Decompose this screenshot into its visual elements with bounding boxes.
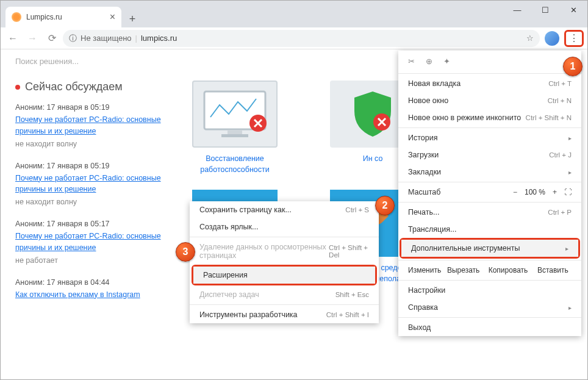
monitor-icon	[198, 87, 271, 142]
ext-icon[interactable]: ✦	[443, 57, 450, 66]
red-dot-icon	[15, 85, 20, 90]
menu-history[interactable]: История▸	[398, 129, 581, 146]
submenu-save-page[interactable]: Сохранить страницу как...Ctrl + S	[190, 201, 379, 218]
discussion-link[interactable]: Почему не работает PC-Radio: основные пр…	[15, 174, 161, 194]
submenu-extensions[interactable]: Расширения	[193, 267, 375, 284]
bookmark-star-icon[interactable]: ☆	[526, 34, 534, 43]
browser-tab[interactable]: Lumpics.ru ×	[5, 7, 121, 27]
zoom-in-button[interactable]: +	[553, 188, 557, 196]
window-controls: — ☐ ✕	[503, 1, 587, 19]
submenu-extensions-highlight: Расширения	[192, 265, 377, 285]
discussion-item: Аноним: 17 января в 04:44 Как отключить …	[15, 278, 168, 301]
submenu-task-manager[interactable]: Диспетчер задачShift + Esc	[190, 286, 379, 303]
menu-cast[interactable]: Трансляция...	[398, 221, 581, 238]
menu-edit-row: Изменить Вырезать Копировать Вставить	[398, 262, 581, 279]
new-tab-button[interactable]: +	[124, 10, 141, 27]
menu-more-tools[interactable]: Дополнительные инструменты▸	[401, 240, 578, 257]
callout-badge-2: 2	[375, 196, 395, 215]
shield-icon	[345, 87, 400, 142]
tab-close-icon[interactable]: ×	[110, 12, 115, 23]
titlebar: Lumpics.ru × + — ☐ ✕	[1, 1, 587, 27]
omnibox[interactable]: ⓘ Не защищено | lumpics.ru ☆	[63, 30, 540, 47]
submenu-dev-tools[interactable]: Инструменты разработчикаCtrl + Shift + I	[190, 306, 379, 323]
reload-button[interactable]: ⟳	[43, 30, 60, 47]
callout-badge-3: 3	[176, 242, 195, 262]
favicon-icon	[12, 12, 21, 22]
menu-paste[interactable]: Вставить	[531, 266, 575, 274]
profile-avatar[interactable]	[545, 31, 559, 46]
menu-help[interactable]: Справка▸	[398, 299, 581, 316]
address-bar: ← → ⟳ ⓘ Не защищено | lumpics.ru ☆ ⋮	[1, 27, 587, 49]
svg-rect-2	[221, 134, 248, 137]
callout-badge-1: 1	[563, 57, 583, 76]
tab-title: Lumpics.ru	[26, 13, 105, 21]
chrome-main-menu: ✂ ⊕ ✦ Новая вкладкаCtrl + T Новое окноCt…	[398, 51, 581, 336]
menu-downloads[interactable]: ЗагрузкиCtrl + J	[398, 146, 581, 163]
chrome-menu-button[interactable]: ⋮	[564, 30, 584, 47]
menu-cut[interactable]: Вырезать	[441, 266, 486, 274]
discussion-link[interactable]: Как отключить рекламу в Instagram	[15, 290, 140, 299]
menu-bookmarks[interactable]: Закладки▸	[398, 163, 581, 181]
menu-copy[interactable]: Копировать	[486, 266, 530, 274]
discussion-link[interactable]: Почему не работает PC-Radio: основные пр…	[15, 115, 161, 135]
minimize-button[interactable]: —	[503, 1, 531, 19]
close-window-button[interactable]: ✕	[559, 1, 587, 19]
menu-settings[interactable]: Настройки	[398, 282, 581, 299]
zoom-level: 100 %	[525, 188, 545, 196]
menu-print[interactable]: Печать...Ctrl + P	[398, 204, 581, 221]
forward-button: →	[24, 30, 41, 47]
menu-more-tools-highlight: Дополнительные инструменты▸	[400, 238, 580, 259]
ext-icon[interactable]: ✂	[408, 57, 415, 66]
security-label: Не защищено	[81, 34, 132, 43]
menu-incognito[interactable]: Новое окно в режиме инкогнитоCtrl + Shif…	[398, 109, 581, 126]
back-button[interactable]: ←	[4, 30, 21, 47]
ext-icon[interactable]: ⊕	[426, 57, 432, 66]
submenu-create-shortcut[interactable]: Создать ярлык...	[190, 218, 379, 235]
menu-zoom: Масштаб − 100 % + ⛶	[398, 184, 581, 201]
menu-exit[interactable]: Выход	[398, 319, 581, 336]
section-title: Сейчас обсуждаем	[15, 81, 168, 93]
extension-icons-row: ✂ ⊕ ✦	[398, 51, 581, 72]
menu-new-window[interactable]: Новое окноCtrl + N	[398, 92, 581, 109]
discussion-item: Аноним: 17 января в 05:19 Почему не рабо…	[15, 162, 168, 207]
card-image	[192, 81, 278, 148]
discussion-item: Аноним: 17 января в 05:19 Почему не рабо…	[15, 103, 168, 148]
menu-new-tab[interactable]: Новая вкладкаCtrl + T	[398, 75, 581, 92]
card[interactable]: Восстановление работоспособности	[180, 81, 290, 175]
fullscreen-icon[interactable]: ⛶	[564, 188, 572, 196]
url-text: lumpics.ru	[141, 34, 177, 43]
site-info-icon[interactable]: ⓘ	[69, 33, 77, 44]
maximize-button[interactable]: ☐	[531, 1, 559, 19]
svg-rect-1	[228, 131, 242, 134]
zoom-out-button[interactable]: −	[513, 188, 517, 196]
more-tools-submenu: Сохранить страницу как...Ctrl + S Создат…	[190, 201, 379, 323]
discussion-link[interactable]: Почему не работает PC-Radio: основные пр…	[15, 232, 161, 252]
sidebar: Сейчас обсуждаем Аноним: 17 января в 05:…	[15, 81, 168, 314]
submenu-clear-data[interactable]: Удаление данных о просмотренных страница…	[190, 238, 379, 264]
discussion-item: Аноним: 17 января в 05:17 Почему не рабо…	[15, 220, 168, 265]
